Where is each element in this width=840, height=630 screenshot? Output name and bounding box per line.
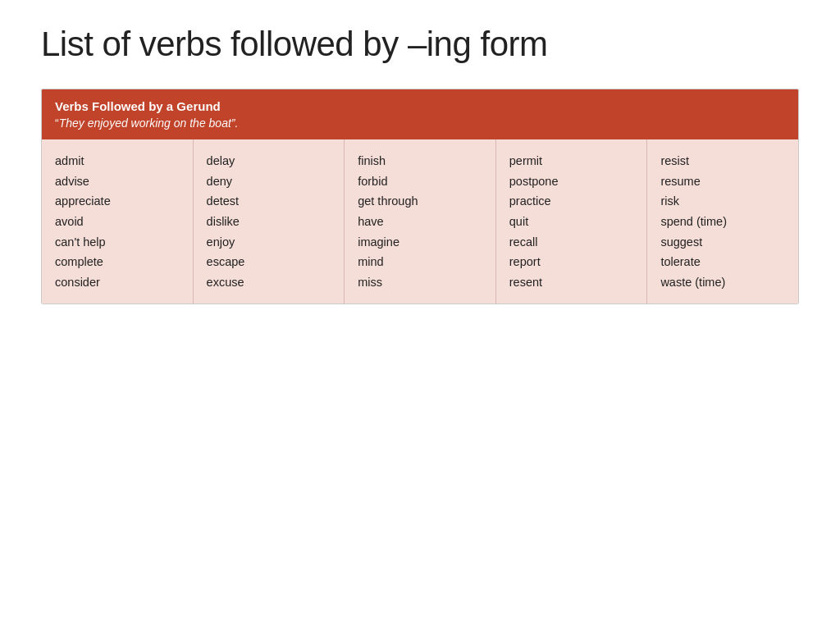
table-column-1: admitadviseappreciateavoidcan't helpcomp… — [42, 139, 194, 304]
table-cell-word: advise — [55, 171, 180, 192]
table-cell-word: escape — [207, 252, 331, 272]
table-cell-word: miss — [358, 272, 482, 293]
page-container: List of verbs followed by –ing form Verb… — [41, 25, 799, 304]
table-cell-word: forbid — [358, 171, 482, 192]
table-column-3: finishforbidget throughhaveimaginemindmi… — [345, 139, 496, 304]
table-cell-word: have — [358, 212, 482, 232]
table-cell-word: finish — [358, 151, 482, 171]
table-cell-word: spend (time) — [660, 212, 785, 232]
table-cell-word: imagine — [358, 232, 482, 253]
table-cell-word: dislike — [207, 212, 331, 232]
verb-table: Verbs Followed by a Gerund “They enjoyed… — [41, 89, 799, 304]
table-cell-word: complete — [55, 252, 180, 272]
table-cell-word: mind — [358, 252, 482, 272]
table-cell-word: deny — [207, 171, 331, 192]
table-header-subtitle: “They enjoyed working on the boat”. — [55, 116, 785, 130]
table-cell-word: excuse — [207, 272, 331, 293]
table-cell-word: tolerate — [660, 252, 785, 272]
table-cell-word: risk — [660, 191, 785, 212]
table-cell-word: suggest — [660, 232, 785, 253]
table-cell-word: waste (time) — [660, 272, 785, 293]
table-cell-word: appreciate — [55, 191, 180, 212]
table-column-4: permitpostponepracticequitrecallreportre… — [496, 139, 648, 304]
table-cell-word: permit — [509, 151, 634, 171]
table-cell-word: admit — [55, 151, 180, 171]
table-cell-word: resent — [509, 272, 634, 293]
table-header-title: Verbs Followed by a Gerund — [55, 99, 785, 113]
page-title: List of verbs followed by –ing form — [41, 25, 799, 64]
table-body: admitadviseappreciateavoidcan't helpcomp… — [42, 139, 798, 304]
table-cell-word: postpone — [509, 171, 634, 192]
table-cell-word: detest — [207, 191, 331, 212]
table-header: Verbs Followed by a Gerund “They enjoyed… — [42, 89, 798, 139]
table-cell-word: report — [509, 252, 634, 272]
table-column-5: resistresumeriskspend (time)suggesttoler… — [647, 139, 798, 304]
subtitle-text: They enjoyed working on the boat”. — [59, 116, 239, 130]
table-cell-word: delay — [207, 151, 331, 171]
table-cell-word: quit — [509, 212, 634, 232]
table-cell-word: recall — [509, 232, 634, 253]
table-cell-word: enjoy — [207, 232, 331, 253]
table-cell-word: consider — [55, 272, 180, 293]
table-cell-word: resist — [660, 151, 785, 171]
table-cell-word: get through — [358, 191, 482, 212]
table-cell-word: practice — [509, 191, 634, 212]
table-cell-word: can't help — [55, 232, 180, 253]
table-column-2: delaydenydetestdislikeenjoyescapeexcuse — [194, 139, 345, 304]
table-cell-word: avoid — [55, 212, 180, 232]
table-cell-word: resume — [660, 171, 785, 192]
